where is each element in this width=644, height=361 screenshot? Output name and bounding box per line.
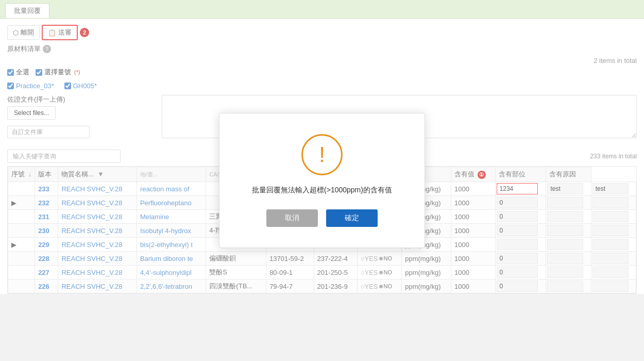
modal-confirm-button[interactable]: 確定 [326, 209, 378, 227]
modal-cancel-button[interactable]: 取消 [266, 209, 318, 227]
modal-overlay: ! 批量回覆無法輸入超標(>1000ppm)的含有值 取消 確定 [0, 0, 644, 361]
modal-warning-icon: ! [301, 134, 343, 175]
main-container: 批量回覆 ⬡ 離開 📋 送審 2 原材料清單 ? 2 items in tota… [0, 0, 644, 361]
modal-dialog: ! 批量回覆無法輸入超標(>1000ppm)的含有值 取消 確定 [219, 113, 425, 248]
exclamation-icon: ! [319, 144, 325, 166]
modal-buttons: 取消 確定 [250, 209, 394, 227]
modal-warning-text: 批量回覆無法輸入超標(>1000ppm)的含有值 [250, 186, 394, 195]
